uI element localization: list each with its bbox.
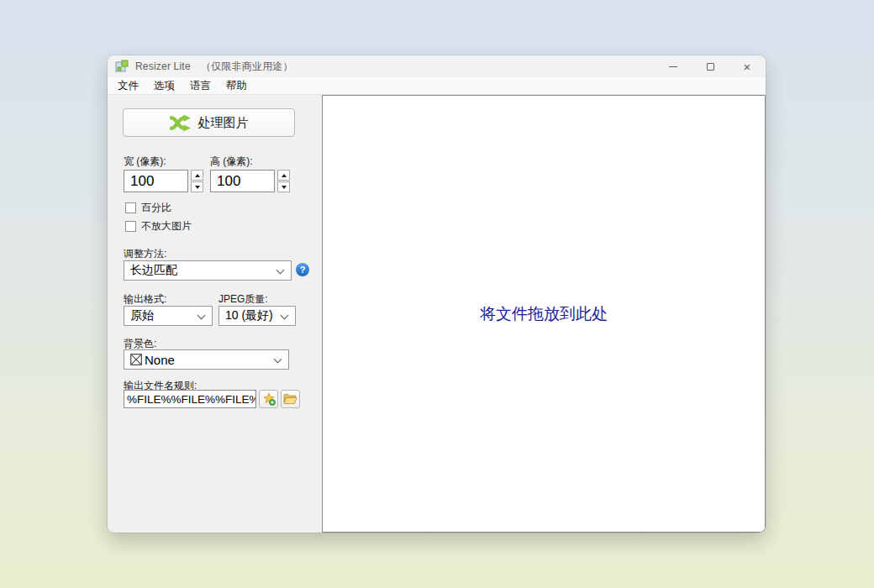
help-button[interactable]: ? [296,263,309,276]
process-button-label: 处理图片 [198,115,249,131]
minimize-button[interactable] [655,55,692,77]
insert-macro-button[interactable] [259,390,278,408]
chevron-down-icon [276,266,285,275]
drop-zone-hint: 将文件拖放到此处 [480,303,608,325]
process-images-button[interactable]: 处理图片 [123,108,295,137]
background-color-select[interactable]: None [124,349,289,370]
height-input[interactable]: 100 [210,170,275,192]
output-format-value: 原始 [130,308,154,323]
height-spin-up-button[interactable] [277,170,290,181]
up-arrow-icon [195,174,200,177]
output-format-select[interactable]: 原始 [124,306,213,326]
open-folder-icon [283,393,297,405]
menu-language[interactable]: 语言 [182,77,218,95]
down-arrow-icon [282,186,287,189]
percentage-checkbox[interactable] [125,202,136,213]
no-enlarge-label: 不放大图片 [141,219,192,234]
close-button[interactable]: × [729,55,766,77]
width-input[interactable]: 100 [124,170,188,192]
app-window: Resizer Lite （仅限非商业用途） × 文件 选项 语言 帮助 处理图… [108,55,766,533]
settings-panel: 处理图片 宽 (像素): 高 (像素): 100 100 百分比 [108,95,322,533]
height-spin-down-button[interactable] [277,181,290,192]
filename-rule-input[interactable]: %FILE%%FILE%%FILE%Res [124,390,256,408]
jpeg-quality-label: JPEG质量: [218,292,268,307]
close-icon: × [744,60,751,73]
chevron-down-icon [274,355,282,364]
app-icon [115,60,129,73]
output-format-label: 输出格式: [124,292,166,307]
no-enlarge-checkbox[interactable] [125,221,136,232]
menu-options[interactable]: 选项 [146,77,182,95]
background-color-value: None [145,353,175,367]
up-arrow-icon [282,174,287,177]
jpeg-quality-value: 10 (最好) [225,308,273,323]
maximize-icon [707,63,714,71]
chevron-down-icon [281,312,289,320]
resize-method-select[interactable]: 长边匹配 [124,260,292,281]
down-arrow-icon [195,186,200,189]
no-enlarge-checkbox-row[interactable]: 不放大图片 [125,219,192,234]
height-spinner [277,170,290,192]
window-title: Resizer Lite （仅限非商业用途） [135,60,293,74]
percentage-checkbox-row[interactable]: 百分比 [125,201,171,215]
minimize-icon [669,66,677,67]
insert-macro-icon [262,392,276,406]
width-spin-up-button[interactable] [191,170,203,181]
width-label: 宽 (像素): [124,155,166,169]
crossed-box-none-icon [130,354,142,365]
width-spinner [191,170,203,192]
shuffle-arrows-icon [170,114,192,132]
menu-help[interactable]: 帮助 [218,77,255,95]
file-drop-zone[interactable]: 将文件拖放到此处 [322,95,766,533]
width-spin-down-button[interactable] [191,181,203,192]
height-label: 高 (像素): [210,155,253,169]
resize-method-label: 调整方法: [124,247,166,261]
menu-bar: 文件 选项 语言 帮助 [108,77,766,95]
chevron-down-icon [197,312,206,320]
title-bar: Resizer Lite （仅限非商业用途） × [108,55,766,77]
question-mark-icon: ? [300,265,306,275]
percentage-label: 百分比 [141,201,171,215]
maximize-button[interactable] [692,55,729,77]
browse-folder-button[interactable] [281,390,300,408]
menu-file[interactable]: 文件 [110,77,146,95]
jpeg-quality-select[interactable]: 10 (最好) [218,306,296,326]
resize-method-value: 长边匹配 [130,263,177,278]
